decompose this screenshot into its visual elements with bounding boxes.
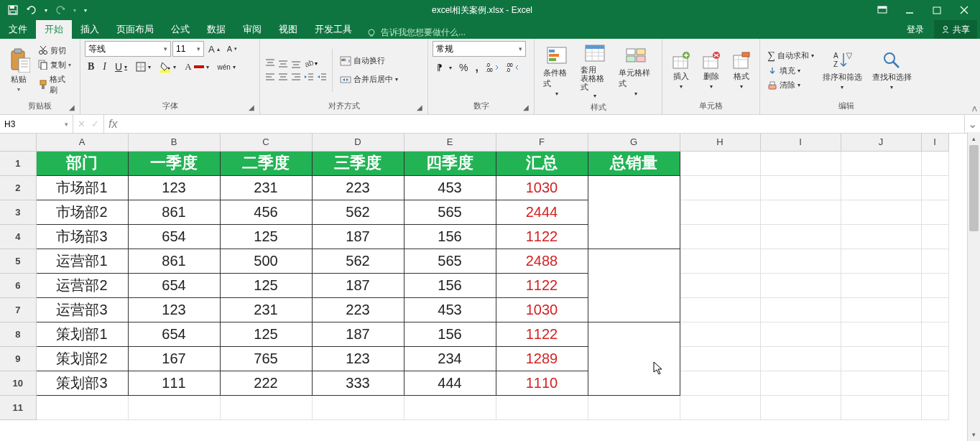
orientation-button[interactable]: ab▾ — [303, 57, 318, 69]
row-header-6[interactable]: 6 — [0, 273, 36, 297]
cell-C2[interactable]: 231 — [220, 175, 312, 200]
cell-D3[interactable]: 562 — [312, 200, 404, 224]
col-header-E[interactable]: E — [404, 134, 496, 151]
cell-C1[interactable]: 二季度 — [220, 151, 312, 175]
scroll-down-button[interactable]: ▾ — [968, 428, 980, 441]
cell-D8[interactable]: 187 — [312, 322, 404, 346]
font-launcher[interactable]: ◢ — [249, 103, 257, 112]
align-center-button[interactable] — [277, 71, 289, 83]
cell-J11[interactable] — [841, 395, 921, 419]
cell-E7[interactable]: 453 — [404, 297, 496, 322]
cell-K1[interactable] — [921, 151, 948, 175]
cell-H11[interactable] — [680, 395, 760, 419]
cell-B6[interactable]: 654 — [128, 273, 220, 297]
cell-H1[interactable] — [680, 151, 760, 175]
scroll-thumb[interactable] — [969, 145, 979, 231]
cell-K7[interactable] — [921, 297, 948, 322]
scroll-up-button[interactable]: ▴ — [968, 132, 980, 145]
align-left-button[interactable] — [264, 71, 276, 83]
cell-A3[interactable]: 市场部2 — [36, 200, 128, 224]
login-button[interactable]: 登录 — [898, 20, 933, 39]
cell-styles-button[interactable]: 单元格样式▾ — [614, 43, 657, 98]
cell-I10[interactable] — [760, 371, 841, 395]
tab-formulas[interactable]: 公式 — [162, 20, 198, 39]
cell-H3[interactable] — [680, 200, 760, 224]
cell-J5[interactable] — [841, 249, 921, 273]
cell-J10[interactable] — [841, 371, 921, 395]
share-button[interactable]: 共享 — [934, 20, 977, 39]
redo-button[interactable] — [52, 1, 69, 19]
cancel-formula-button[interactable]: ✕ — [78, 119, 85, 129]
cell-J6[interactable] — [841, 273, 921, 297]
fill-color-button[interactable]: ▾ — [157, 60, 179, 74]
cell-C4[interactable]: 125 — [220, 224, 312, 249]
redo-dropdown[interactable]: ▾ — [70, 1, 79, 19]
cell-K5[interactable] — [921, 249, 948, 273]
name-box[interactable]: H3 — [0, 115, 73, 133]
cell-H2[interactable] — [680, 175, 760, 200]
row-header-10[interactable]: 10 — [0, 371, 36, 395]
row-header-9[interactable]: 9 — [0, 346, 36, 371]
align-middle-button[interactable] — [277, 57, 289, 69]
cell-F2[interactable]: 1030 — [496, 175, 588, 200]
qat-customize[interactable]: ▾ — [80, 1, 91, 19]
merge-center-button[interactable]: 合并后居中▾ — [337, 73, 401, 87]
cut-button[interactable]: 剪切 — [35, 44, 75, 57]
cell-I6[interactable] — [760, 273, 841, 297]
col-header-F[interactable]: F — [496, 134, 588, 151]
enter-formula-button[interactable]: ✓ — [91, 119, 99, 129]
conditional-format-button[interactable]: 条件格式▾ — [539, 43, 575, 98]
cell-A10[interactable]: 策划部3 — [36, 371, 128, 395]
cell-H7[interactable] — [680, 297, 760, 322]
cell-E11[interactable] — [404, 395, 496, 419]
cell-F11[interactable] — [496, 395, 588, 419]
cell-E1[interactable]: 四季度 — [404, 151, 496, 175]
cell-I11[interactable] — [760, 395, 841, 419]
cell-K2[interactable] — [921, 175, 948, 200]
cell-H5[interactable] — [680, 249, 760, 273]
cell-A8[interactable]: 策划部1 — [36, 322, 128, 346]
number-launcher[interactable]: ◢ — [523, 103, 532, 112]
cell-D5[interactable]: 562 — [312, 249, 404, 273]
collapse-ribbon-button[interactable]: ᐱ — [972, 105, 977, 113]
cell-B1[interactable]: 一季度 — [128, 151, 220, 175]
cell-H9[interactable] — [680, 346, 760, 371]
insert-cells-button[interactable]: 插入▾ — [667, 50, 695, 91]
format-painter-button[interactable]: 格式刷 — [35, 73, 75, 97]
fill-button[interactable]: 填充▾ — [764, 64, 817, 78]
cell-E2[interactable]: 453 — [404, 175, 496, 200]
cell-B9[interactable]: 167 — [128, 346, 220, 371]
worksheet-grid[interactable]: A B C D E F G H I J I 1 部门 一季度 二季度 三季度 四… — [0, 134, 980, 441]
cell-I8[interactable] — [760, 322, 841, 346]
cell-G2[interactable] — [588, 175, 680, 249]
cell-I1[interactable] — [760, 151, 841, 175]
minimize-button[interactable] — [897, 1, 923, 19]
delete-cells-button[interactable]: 删除▾ — [697, 50, 726, 91]
cell-E3[interactable]: 565 — [404, 200, 496, 224]
cell-E9[interactable]: 234 — [404, 346, 496, 371]
align-bottom-button[interactable] — [290, 57, 302, 69]
cell-F5[interactable]: 2488 — [496, 249, 588, 273]
cell-K6[interactable] — [921, 273, 948, 297]
row-header-8[interactable]: 8 — [0, 322, 36, 346]
comma-button[interactable]: , — [472, 60, 481, 75]
cell-F10[interactable]: 1110 — [496, 371, 588, 395]
cell-C7[interactable]: 231 — [220, 297, 312, 322]
expand-formula-bar[interactable]: ⌄ — [964, 115, 980, 133]
copy-button[interactable]: 复制▾ — [35, 58, 75, 72]
tab-review[interactable]: 审阅 — [234, 20, 270, 39]
formula-input[interactable] — [121, 115, 964, 133]
cell-H6[interactable] — [680, 273, 760, 297]
cell-B5[interactable]: 861 — [128, 249, 220, 273]
cell-F8[interactable]: 1122 — [496, 322, 588, 346]
cell-A5[interactable]: 运营部1 — [36, 249, 128, 273]
cell-F7[interactable]: 1030 — [496, 297, 588, 322]
row-header-7[interactable]: 7 — [0, 297, 36, 322]
col-header-G[interactable]: G — [588, 134, 680, 151]
cell-H8[interactable] — [680, 322, 760, 346]
fx-button[interactable]: fx — [104, 115, 121, 133]
cell-D9[interactable]: 123 — [312, 346, 404, 371]
cell-B11[interactable] — [128, 395, 220, 419]
border-button[interactable]: ▾ — [133, 60, 154, 73]
col-header-H[interactable]: H — [680, 134, 760, 151]
